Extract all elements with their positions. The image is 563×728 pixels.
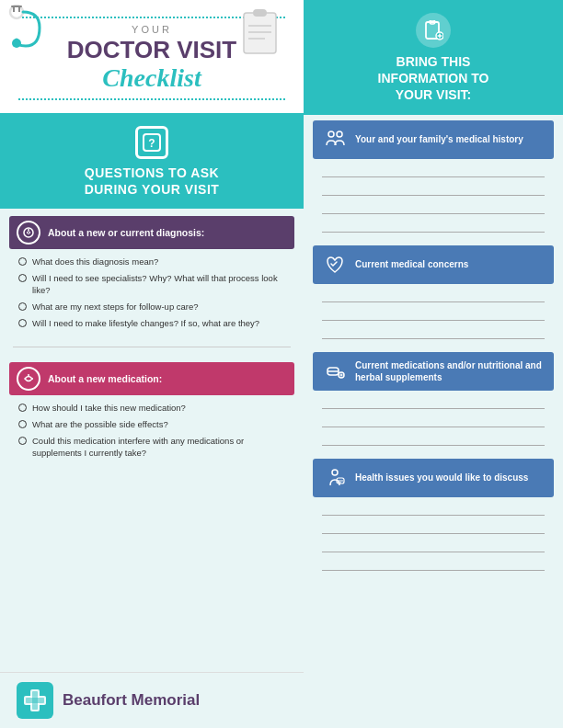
svg-rect-5 [244, 13, 276, 53]
left-column: YOUR DOCTOR VISIT Checklist ? QUESTIONS … [0, 0, 304, 728]
write-line [322, 324, 545, 339]
bm-logo [17, 682, 53, 719]
bullet-icon [18, 274, 27, 282]
svg-point-25 [328, 131, 334, 137]
list-item: Will I need to see specialists? Why? Wha… [18, 273, 291, 296]
bring-title: BRING THIS INFORMATION TO YOUR VISIT: [378, 53, 489, 104]
bullet-icon [18, 302, 27, 311]
checklist-title: Checklist [102, 63, 201, 93]
section-divider [13, 347, 291, 347]
medical-concerns-header: Current medical concerns [313, 245, 554, 284]
list-item: What are my next steps for follow-up car… [18, 301, 291, 313]
list-item: Could this medication interfere with any… [18, 436, 291, 459]
medications-header: Current medications and/or nutritional a… [313, 352, 554, 391]
medications-block: Current medications and/or nutritional a… [313, 352, 554, 451]
org-name: Beaufort Memorial [63, 691, 200, 710]
medical-concerns-lines [313, 284, 554, 345]
write-line [322, 288, 545, 302]
write-line [322, 218, 545, 233]
svg-point-13 [28, 229, 29, 231]
svg-text:?: ? [148, 137, 155, 150]
svg-point-32 [332, 470, 338, 475]
write-line [322, 413, 545, 427]
footer: Beaufort Memorial [0, 672, 304, 728]
medication-section-header: About a new medication: [9, 362, 294, 395]
medication-title: About a new medication: [48, 373, 162, 384]
list-item: Will I need to make lifestyle changes? I… [18, 318, 291, 329]
write-line [322, 556, 545, 571]
write-line [322, 538, 545, 552]
bring-header: BRING THIS INFORMATION TO YOUR VISIT: [304, 0, 563, 115]
medications-lines [313, 391, 554, 451]
bullet-icon [18, 404, 27, 412]
bullet-icon [18, 257, 27, 266]
write-line [322, 394, 545, 409]
write-line [322, 519, 545, 534]
health-issues-header: Health issues you would like to discuss [313, 459, 554, 497]
svg-point-14 [28, 374, 29, 376]
write-line [322, 199, 545, 214]
write-line [322, 431, 545, 446]
heart-icon [322, 252, 348, 278]
bullet-icon [18, 437, 27, 445]
diagnosis-section-header: About a new or current diagnosis: [9, 216, 294, 249]
medications-title: Current medications and/or nutritional a… [355, 359, 545, 383]
your-label: YOUR [132, 24, 172, 35]
family-history-header: Your and your family's medical history [313, 120, 554, 159]
diagnosis-title: About a new or current diagnosis: [48, 227, 204, 238]
family-icon [322, 127, 348, 153]
pill-icon [322, 358, 348, 384]
bullet-icon [18, 319, 27, 327]
medical-concerns-title: Current medical concerns [355, 258, 468, 270]
diagnosis-questions: What does this diagnosis mean? Will I ne… [0, 253, 304, 339]
svg-rect-19 [26, 698, 44, 703]
svg-point-0 [10, 6, 23, 18]
clipboard-decoration [239, 7, 281, 58]
list-item: How should I take this new medication? [18, 403, 291, 414]
questions-icon: ? [135, 126, 168, 159]
svg-point-1 [12, 39, 21, 48]
medication-icon [17, 367, 40, 391]
diagnosis-icon [17, 221, 40, 245]
health-issues-lines [313, 497, 554, 576]
write-line [322, 163, 545, 177]
write-line [322, 181, 545, 196]
svg-point-26 [337, 131, 342, 137]
family-history-title: Your and your family's medical history [355, 133, 523, 145]
questions-section: ? QUESTIONS TO ASK DURING YOUR VISIT [0, 113, 304, 209]
medication-questions: How should I take this new medication? W… [0, 399, 304, 468]
write-line [322, 306, 545, 321]
health-issues-block: Health issues you would like to discuss [313, 459, 554, 576]
list-item: What are the possible side effects? [18, 419, 291, 430]
family-history-block: Your and your family's medical history [313, 120, 554, 238]
medical-concerns-block: Current medical concerns [313, 245, 554, 345]
svg-point-15 [31, 378, 33, 380]
write-line [322, 501, 545, 516]
bring-icon [416, 13, 451, 48]
family-history-lines [313, 159, 554, 238]
person-icon [322, 465, 348, 491]
svg-rect-6 [253, 9, 267, 17]
doctor-visit-title: DOCTOR VISIT [67, 37, 236, 63]
header-area: YOUR DOCTOR VISIT Checklist [0, 0, 304, 113]
list-item: What does this diagnosis mean? [18, 256, 291, 267]
health-issues-title: Health issues you would like to discuss [355, 472, 528, 483]
questions-title: QUESTIONS TO ASK DURING YOUR VISIT [85, 165, 220, 198]
right-column: BRING THIS INFORMATION TO YOUR VISIT: Yo… [304, 0, 563, 728]
stethoscope-decoration [7, 5, 63, 55]
bullet-icon [18, 420, 27, 428]
